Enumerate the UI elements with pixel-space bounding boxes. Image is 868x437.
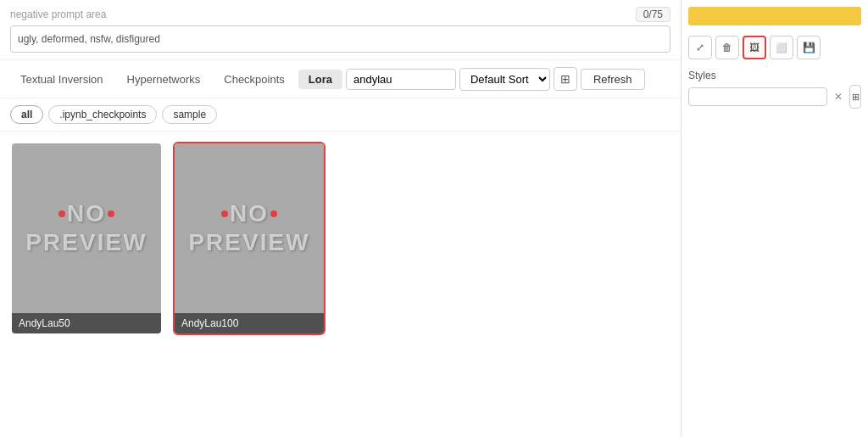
right-panel: ⤢ 🗑 🖼 ⬜ 💾 Styles ✕ ⊞ (682, 0, 868, 437)
filter-tag-sample[interactable]: sample (162, 105, 217, 124)
grid-icon-btn[interactable]: ⊞ (554, 67, 577, 91)
no-preview-dot-right-1 (108, 210, 114, 217)
search-input[interactable] (346, 69, 456, 90)
filter-tag-all[interactable]: all (10, 105, 43, 124)
styles-input[interactable] (688, 87, 827, 106)
left-panel: negative prompt area 0/75 ugly, deformed… (0, 0, 682, 437)
no-preview-text-2: NOPREVIEW (188, 199, 309, 256)
styles-input-row: ✕ ⊞ (688, 85, 861, 109)
negative-prompt-area: negative prompt area 0/75 ugly, deformed… (0, 0, 681, 60)
sort-select[interactable]: Default Sort (459, 68, 550, 91)
tab-checkpoints[interactable]: Checkpoints (214, 70, 295, 89)
no-preview-dot-left-2 (221, 210, 228, 217)
filter-tags: all .ipynb_checkpoints sample (0, 98, 681, 132)
filter-tag-ipynb[interactable]: .ipynb_checkpoints (48, 105, 157, 124)
grid-icon: ⊞ (560, 72, 570, 86)
negative-prompt-box[interactable]: ugly, deformed, nsfw, disfigured (10, 25, 670, 53)
card-andylau50[interactable]: NOPREVIEW AndyLau50 (10, 142, 163, 335)
refresh-button[interactable]: Refresh (581, 69, 645, 90)
square-icon: ⬜ (776, 42, 787, 53)
tab-lora[interactable]: Lora (298, 70, 342, 89)
styles-add-btn[interactable]: ⊞ (849, 85, 861, 109)
square-icon-btn[interactable]: ⬜ (770, 36, 793, 59)
trash-icon-btn[interactable]: 🗑 (715, 36, 739, 59)
image-icon-btn[interactable]: 🖼 (743, 36, 766, 59)
cards-grid: NOPREVIEW AndyLau50 NOPREVIEW AndyLau100 (0, 132, 681, 345)
trash-icon: 🗑 (722, 42, 732, 53)
no-preview-dot-right-2 (270, 210, 277, 217)
styles-add-icon: ⊞ (852, 92, 860, 103)
tab-hypernetworks[interactable]: Hypernetworks (117, 70, 211, 89)
main-container: negative prompt area 0/75 ugly, deformed… (0, 0, 868, 437)
image-icon: 🖼 (749, 42, 760, 53)
right-icon-bar: ⤢ 🗑 🖼 ⬜ 💾 (688, 32, 861, 63)
card-image-2: NOPREVIEW (175, 143, 324, 313)
card-label-2: AndyLau100 (175, 313, 324, 333)
negative-prompt-label: negative prompt area (10, 8, 106, 20)
card-label-1: AndyLau50 (12, 313, 161, 333)
card-andylau100[interactable]: NOPREVIEW AndyLau100 (173, 142, 326, 335)
styles-label: Styles (688, 70, 861, 81)
no-preview-dot-left-1 (58, 210, 65, 217)
save-icon-btn[interactable]: 💾 (797, 36, 821, 59)
generate-area[interactable] (688, 7, 861, 25)
styles-clear-btn[interactable]: ✕ (831, 89, 846, 104)
counter-badge: 0/75 (636, 7, 670, 22)
styles-section: Styles ✕ ⊞ (688, 70, 861, 109)
tab-textual-inversion[interactable]: Textual Inversion (10, 70, 114, 89)
card-image-1: NOPREVIEW (12, 143, 161, 313)
tab-nav: Textual Inversion Hypernetworks Checkpoi… (0, 60, 681, 98)
save-icon: 💾 (803, 42, 815, 53)
arrows-icon-btn[interactable]: ⤢ (688, 36, 712, 59)
arrows-icon: ⤢ (696, 42, 704, 53)
no-preview-text-1: NOPREVIEW (25, 199, 147, 256)
negative-prompt-text: ugly, deformed, nsfw, disfigured (18, 33, 160, 45)
